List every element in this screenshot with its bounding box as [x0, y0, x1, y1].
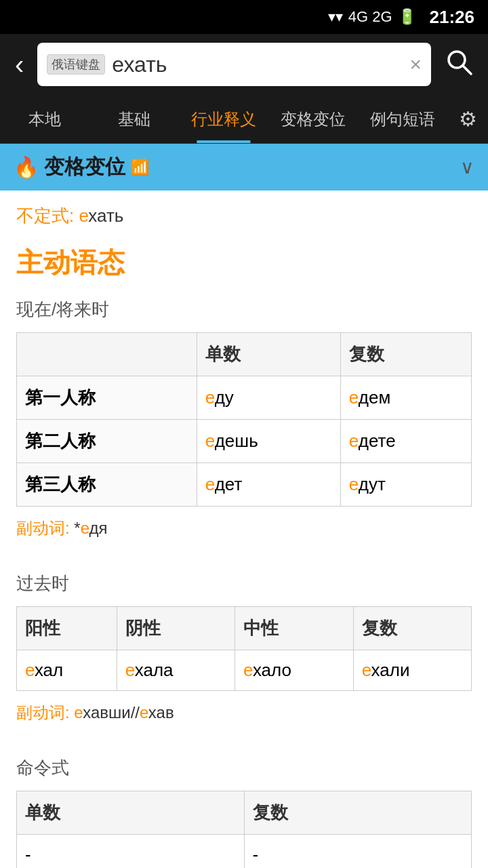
- content: 🔥 变格变位 📶 ∨ 不定式: ехать 主动语态 现在/将来时 单数 复数: [0, 144, 488, 868]
- imp-plural-header: 复数: [244, 791, 472, 835]
- voice-heading: 主动语态: [16, 244, 472, 281]
- past-fem: ехала: [117, 650, 235, 691]
- imp-singular-header: 单数: [17, 791, 245, 835]
- svg-line-1: [463, 66, 471, 74]
- tab-local[interactable]: 本地: [0, 95, 89, 143]
- imperative-label: 命令式: [16, 756, 472, 780]
- clear-button[interactable]: ×: [409, 53, 422, 76]
- person-2: 第二人称: [17, 420, 197, 463]
- plural-3: едут: [340, 463, 471, 507]
- settings-icon[interactable]: ⚙: [447, 107, 488, 131]
- present-tense-label: 现在/将来时: [16, 298, 472, 321]
- col-fem-header: 阴性: [117, 607, 235, 650]
- tab-industry[interactable]: 行业释义: [179, 95, 268, 143]
- past-masc: ехал: [17, 650, 117, 691]
- col-masc-header: 阳性: [17, 607, 117, 650]
- singular-1: еду: [197, 376, 340, 420]
- tab-conjugation[interactable]: 变格变位: [268, 95, 358, 143]
- search-icon-button[interactable]: [439, 47, 479, 82]
- person-3: 第三人称: [17, 463, 197, 507]
- past-table: 阳性 阴性 中性 复数 ехал ехала ехало ехали: [16, 606, 472, 691]
- section-title: 🔥 变格变位 📶: [14, 153, 149, 181]
- imp-plural: -: [244, 835, 472, 869]
- search-bar[interactable]: 俄语键盘 ехать ×: [37, 43, 431, 86]
- tab-basic[interactable]: 基础: [89, 95, 179, 143]
- chevron-icon[interactable]: ∨: [460, 156, 474, 178]
- status-bar: ▾▾ 4G 2G 🔋 21:26: [0, 0, 488, 34]
- imp-singular: -: [17, 835, 245, 869]
- past-neut: ехало: [235, 650, 354, 691]
- col-neut-header: 中性: [235, 607, 354, 650]
- infinitive-line: 不定式: ехать: [16, 204, 472, 228]
- col-singular-header: 单数: [197, 333, 340, 376]
- content-body: 不定式: ехать 主动语态 现在/将来时 单数 复数 第一人称 еду: [0, 191, 488, 868]
- imperative-table: 单数 复数 - -: [16, 791, 472, 868]
- col-plur-header: 复数: [353, 607, 471, 650]
- singular-2: едешь: [197, 420, 340, 463]
- tabs: 本地 基础 行业释义 变格变位 例句短语 ⚙: [0, 95, 488, 144]
- table-row: ехал ехала ехало ехали: [17, 650, 472, 691]
- keyboard-badge: 俄语键盘: [47, 54, 105, 75]
- battery-icon: 🔋: [398, 8, 416, 26]
- col-person-header: [17, 333, 197, 376]
- person-1: 第一人称: [17, 376, 197, 420]
- table-row: 第三人称 едет едут: [17, 463, 472, 507]
- back-button[interactable]: ‹: [9, 50, 29, 80]
- plural-1: едем: [340, 376, 471, 420]
- wifi-icon: ▾▾: [328, 8, 343, 26]
- fire-icon: 🔥: [14, 155, 39, 179]
- search-text: ехать: [112, 52, 403, 77]
- plural-2: едете: [340, 420, 471, 463]
- singular-3: едет: [197, 463, 340, 507]
- signal-icon: 4G 2G: [348, 8, 392, 26]
- past-tense-label: 过去时: [16, 572, 472, 595]
- table-row: - -: [17, 835, 472, 869]
- table-row: 第二人称 едешь едете: [17, 420, 472, 463]
- table-row: 第一人称 еду едем: [17, 376, 472, 420]
- col-plural-header: 复数: [340, 333, 471, 376]
- section-header[interactable]: 🔥 变格变位 📶 ∨: [0, 144, 488, 191]
- adverb-present-line: 副动词: *едя: [16, 517, 472, 539]
- tab-examples[interactable]: 例句短语: [358, 95, 447, 143]
- adverb-past-line: 副动词: ехавши//ехав: [16, 702, 472, 724]
- clock: 21:26: [430, 7, 475, 28]
- wifi-small-icon: 📶: [131, 159, 149, 176]
- status-icons: ▾▾ 4G 2G 🔋: [328, 8, 416, 26]
- present-future-table: 单数 复数 第一人称 еду едем 第二人称 едешь едете 第三人…: [16, 332, 472, 507]
- past-plur: ехали: [353, 650, 471, 691]
- header: ‹ 俄语键盘 ехать ×: [0, 34, 488, 95]
